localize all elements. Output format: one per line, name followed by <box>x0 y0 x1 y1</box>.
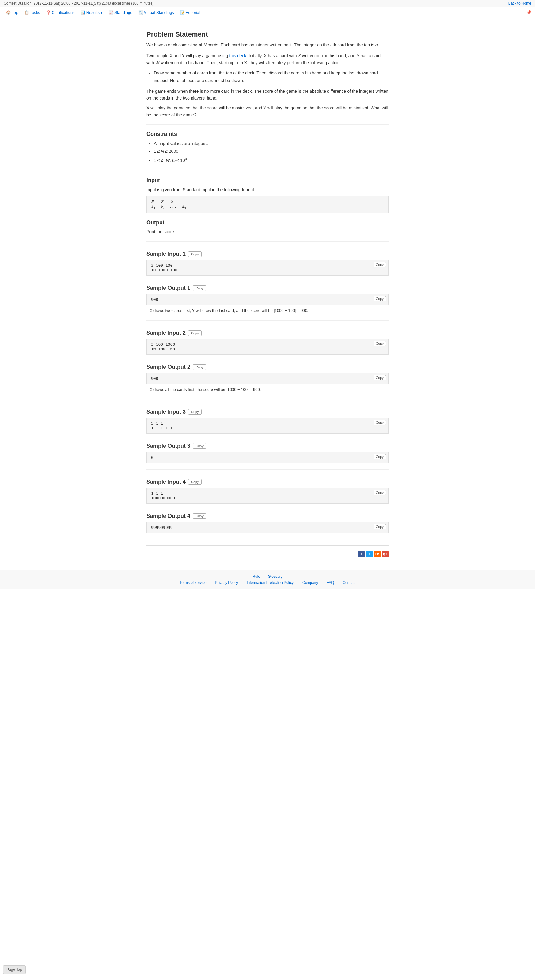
variable-n: N <box>204 42 207 47</box>
nav-item-virtual-standings[interactable]: 📉 Virtual Standings <box>136 9 177 16</box>
problem-paragraph3: The game ends when there is no more card… <box>146 88 389 102</box>
hatena-icon[interactable]: B! <box>374 551 381 557</box>
tasks-icon: 📋 <box>24 10 29 15</box>
sample-output-2-header: Sample Output 2 Copy <box>146 364 389 370</box>
standings-icon: 📈 <box>109 10 113 15</box>
nav-bar: 🏠 Top 📋 Tasks ❓ Clarifications 📊 Results… <box>0 7 535 18</box>
copy-sample-output-4-button[interactable]: Copy <box>374 524 386 530</box>
sample-input-3-title: Sample Input 3 <box>146 409 186 415</box>
output-desc: Print the score. <box>146 228 389 235</box>
social-icons-row: f t B! g+ <box>146 551 389 557</box>
nav-item-results[interactable]: 📊 Results ▾ <box>78 9 105 16</box>
top-bar: Contest Duration: 2017-11-11(Sat) 20:00 … <box>0 0 535 7</box>
action-item: Draw some number of cards from the top o… <box>154 69 389 84</box>
output-title: Output <box>146 220 389 226</box>
sample-input-1-value: 3 100 10010 1000 100 <box>151 263 384 272</box>
divider3 <box>146 241 389 242</box>
problem-paragraph2: Two people X and Y will play a game usin… <box>146 52 389 66</box>
contact-link[interactable]: Contact <box>342 581 355 585</box>
sample-input-3-value: 5 1 11 1 1 1 1 <box>151 421 384 430</box>
copy-sample-output-2-header-button[interactable]: Copy <box>193 364 206 370</box>
copy-sample-input-2-header-button[interactable]: Copy <box>188 330 202 336</box>
nav-item-tasks[interactable]: 📋 Tasks <box>22 9 43 16</box>
sample-output-1-value: 900 <box>151 297 384 302</box>
sample-output-3-title: Sample Output 3 <box>146 443 190 449</box>
copy-sample-input-4-header-button[interactable]: Copy <box>188 479 202 485</box>
company-link[interactable]: Company <box>302 581 318 585</box>
sample-output-4-header: Sample Output 4 Copy <box>146 513 389 519</box>
nav-item-standings[interactable]: 📈 Standings <box>107 9 135 16</box>
results-icon: 📊 <box>81 10 86 15</box>
copy-sample-output-3-button[interactable]: Copy <box>374 454 386 460</box>
copy-sample-input-3-button[interactable]: Copy <box>374 420 386 425</box>
home-icon: 🏠 <box>6 10 11 15</box>
sample-output-2-value: 900 <box>151 376 384 381</box>
sample-input-2-header: Sample Input 2 Copy <box>146 330 389 336</box>
sample-input-3-header: Sample Input 3 Copy <box>146 409 389 415</box>
footer-social: f t B! g+ <box>146 546 389 557</box>
nav-label-top: Top <box>12 10 18 15</box>
sample-output-2-title: Sample Output 2 <box>146 364 190 370</box>
sample-input-2-title: Sample Input 2 <box>146 330 186 336</box>
glossary-link[interactable]: Glossary <box>268 574 282 579</box>
sample-input-1-header: Sample Input 1 Copy <box>146 251 389 257</box>
copy-sample-output-1-header-button[interactable]: Copy <box>193 285 206 291</box>
nav-label-tasks: Tasks <box>30 10 40 15</box>
copy-sample-input-1-button[interactable]: Copy <box>374 262 386 267</box>
copy-sample-input-3-header-button[interactable]: Copy <box>188 409 202 415</box>
facebook-icon[interactable]: f <box>358 551 365 557</box>
copy-sample-input-2-button[interactable]: Copy <box>374 341 386 346</box>
footer-top-links: Rule Glossary <box>4 574 531 579</box>
sample-output-1-title: Sample Output 1 <box>146 285 190 291</box>
pin-icon[interactable]: 📌 <box>526 10 531 15</box>
terms-link[interactable]: Terms of service <box>180 581 206 585</box>
divider2 <box>146 171 389 171</box>
faq-link[interactable]: FAQ <box>326 581 334 585</box>
sample-output-3-header: Sample Output 3 Copy <box>146 443 389 449</box>
footer-links-row: Terms of service Privacy Policy Informat… <box>4 581 531 585</box>
clarifications-icon: ❓ <box>46 10 51 15</box>
action-list: Draw some number of cards from the top o… <box>154 69 389 84</box>
variable-i: i <box>330 42 331 47</box>
nav-label-editorial: Editorial <box>186 10 200 15</box>
nav-label-clarifications: Clarifications <box>52 10 75 15</box>
googleplus-icon[interactable]: g+ <box>382 551 389 557</box>
copy-sample-output-2-button[interactable]: Copy <box>374 375 386 380</box>
privacy-link[interactable]: Privacy Policy <box>215 581 238 585</box>
problem-paragraph4: X will play the game so that the score w… <box>146 105 389 118</box>
info-protection-link[interactable]: Information Protection Policy <box>247 581 294 585</box>
sample-input-2-block: Copy 3 100 100010 100 100 <box>146 339 389 355</box>
divider6 <box>146 469 389 469</box>
constraint-3: 1 ≤ Z, W, ai ≤ 109 <box>154 156 389 165</box>
sample-input-1-block: Copy 3 100 10010 1000 100 <box>146 260 389 276</box>
sample-output-4-title: Sample Output 4 <box>146 513 190 519</box>
constraints-list: All input values are integers. 1 ≤ N ≤ 2… <box>154 140 389 165</box>
sample-input-1-title: Sample Input 1 <box>146 251 186 257</box>
this-deck-link[interactable]: this deck <box>229 53 246 58</box>
twitter-icon[interactable]: t <box>366 551 373 557</box>
back-to-home-link[interactable]: Back to Home <box>508 1 531 6</box>
problem-intro: We have a deck consisting of N cards. Ea… <box>146 41 389 49</box>
rule-link[interactable]: Rule <box>252 574 260 579</box>
copy-sample-output-3-header-button[interactable]: Copy <box>193 443 206 449</box>
input-desc: Input is given from Standard Input in th… <box>146 186 389 193</box>
nav-item-clarifications[interactable]: ❓ Clarifications <box>44 9 77 16</box>
copy-sample-output-4-header-button[interactable]: Copy <box>193 513 206 519</box>
input-format-line1: N Z W <box>151 199 384 204</box>
sample-output-4-value: 999999999 <box>151 525 384 530</box>
nav-item-top[interactable]: 🏠 Top <box>4 9 21 16</box>
nav-label-virtual-standings: Virtual Standings <box>144 10 174 15</box>
main-content: Problem Statement We have a deck consist… <box>142 18 393 570</box>
sample-input-4-header: Sample Input 4 Copy <box>146 479 389 485</box>
variable-ai: ai <box>376 42 379 47</box>
copy-sample-input-4-button[interactable]: Copy <box>374 490 386 495</box>
sample-output-2-block: Copy 900 <box>146 373 389 384</box>
copy-sample-output-1-button[interactable]: Copy <box>374 296 386 301</box>
sample-input-4-block: Copy 1 1 11000000000 <box>146 488 389 504</box>
copy-sample-input-1-header-button[interactable]: Copy <box>188 251 202 257</box>
sample-1-explanation: If X draws two cards first, Y will draw … <box>146 308 389 314</box>
virtual-standings-icon: 📉 <box>139 10 143 15</box>
constraint-2: 1 ≤ N ≤ 2000 <box>154 148 389 155</box>
nav-item-editorial[interactable]: 📝 Editorial <box>178 9 203 16</box>
sample-output-1-header: Sample Output 1 Copy <box>146 285 389 291</box>
